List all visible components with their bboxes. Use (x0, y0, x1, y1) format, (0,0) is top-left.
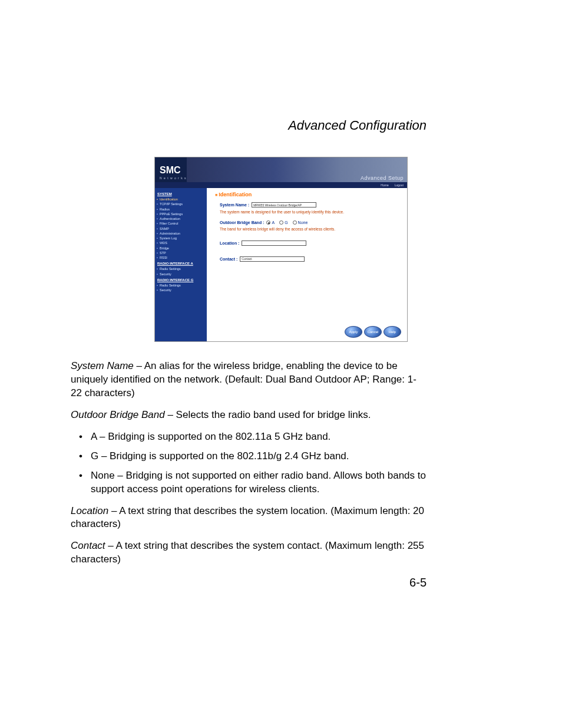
contact-label: Contact : (220, 257, 237, 261)
location-label: Location : (220, 241, 239, 245)
content-heading: Identification (215, 192, 401, 197)
band-radio-group: A G None (266, 220, 308, 225)
nav-g-security[interactable]: Security (157, 288, 204, 292)
logo-subtitle: N e t w o r k s (155, 176, 187, 182)
band-a-label: A (272, 220, 275, 225)
nav-snmp[interactable]: SNMP (157, 226, 204, 231)
nav-a-radio-settings[interactable]: Radio Settings (157, 266, 204, 271)
nav-tcpip[interactable]: TCP/IP Settings (157, 202, 204, 206)
list-item: None – Bridging is not supported on eith… (71, 469, 427, 496)
para-contact: Contact – A text string that describes t… (71, 539, 427, 566)
system-name-desc: The system name is designed for the user… (220, 210, 396, 215)
list-item: A – Bridging is supported on the 802.11a… (71, 430, 427, 444)
radio-icon (266, 220, 270, 225)
term-location: Location (71, 505, 108, 516)
para-system-name: System Name – An alias for the wireless … (71, 360, 427, 400)
sidebar: SYSTEM Identification TCP/IP Settings Ra… (155, 188, 207, 341)
radio-icon (279, 220, 283, 225)
term-bridge-band: Outdoor Bridge Band (71, 409, 165, 420)
system-name-label: System Name : (220, 203, 249, 207)
nav-wds[interactable]: WDS (157, 241, 204, 245)
system-name-input[interactable] (252, 202, 316, 207)
band-radio-none[interactable]: None (293, 220, 308, 225)
band-label: Outdoor Bridge Band : (220, 220, 264, 225)
nav-authentication[interactable]: Authentication (157, 216, 204, 221)
sidebar-section-radio-a: RADIO INTERFACE A (157, 262, 204, 265)
sidebar-section-system: SYSTEM (157, 192, 204, 196)
router-ui-screenshot: SMC N e t w o r k s Advanced Setup Home … (154, 157, 408, 342)
help-button[interactable]: Help (384, 326, 401, 338)
ui-header: SMC N e t w o r k s Advanced Setup (155, 157, 407, 182)
nav-administration[interactable]: Administration (157, 231, 204, 236)
band-radio-a[interactable]: A (266, 220, 275, 225)
para-location: Location – A text string that describes … (71, 505, 427, 532)
banner-text: Advanced Setup (361, 175, 404, 181)
desc-contact: – A text string that describes the syste… (71, 540, 424, 565)
band-radio-g[interactable]: G (279, 220, 287, 225)
band-g-label: G (285, 220, 287, 225)
term-system-name: System Name (71, 360, 134, 371)
nav-bridge[interactable]: Bridge (157, 246, 204, 251)
nav-stp[interactable]: STP (157, 251, 204, 255)
content-pane: Identification System Name : The system … (207, 188, 407, 341)
nav-g-radio-settings[interactable]: Radio Settings (157, 283, 204, 288)
contact-input[interactable] (240, 256, 305, 262)
nav-pppoe[interactable]: PPPoE Settings (157, 212, 204, 216)
page-number: 6-5 (71, 576, 491, 589)
topbar: Home Logout (155, 182, 407, 188)
band-options-list: A – Bridging is supported on the 802.11a… (71, 430, 427, 496)
nav-rssi[interactable]: RSSI (157, 255, 204, 260)
radio-icon (293, 220, 297, 225)
list-item: G – Bridging is supported on the 802.11b… (71, 450, 427, 463)
nav-radius[interactable]: Radius (157, 207, 204, 212)
desc-location: – A text string that describes the syste… (71, 505, 424, 530)
location-input[interactable] (242, 241, 306, 246)
band-desc: The band for wireless bridge will deny t… (220, 227, 396, 232)
nav-filter-control[interactable]: Filter Control (157, 221, 204, 226)
page-title: Advanced Configuration (71, 118, 491, 133)
sidebar-section-radio-g: RADIO INTERFACE G (157, 278, 204, 282)
band-none-label: None (298, 220, 308, 225)
para-bridge-band: Outdoor Bridge Band – Selects the radio … (71, 409, 427, 422)
nav-system-log[interactable]: System Log (157, 236, 204, 241)
logout-link[interactable]: Logout (395, 183, 404, 187)
logo: SMC (155, 162, 187, 176)
term-contact: Contact (71, 540, 105, 551)
nav-identification[interactable]: Identification (157, 197, 204, 202)
apply-button[interactable]: Apply (345, 326, 362, 338)
nav-a-security[interactable]: Security (157, 272, 204, 276)
cancel-button[interactable]: Cancel (364, 326, 382, 338)
home-link[interactable]: Home (381, 183, 388, 187)
desc-bridge-band: – Selects the radio band used for bridge… (165, 409, 371, 420)
banner: Advanced Setup (187, 157, 407, 182)
